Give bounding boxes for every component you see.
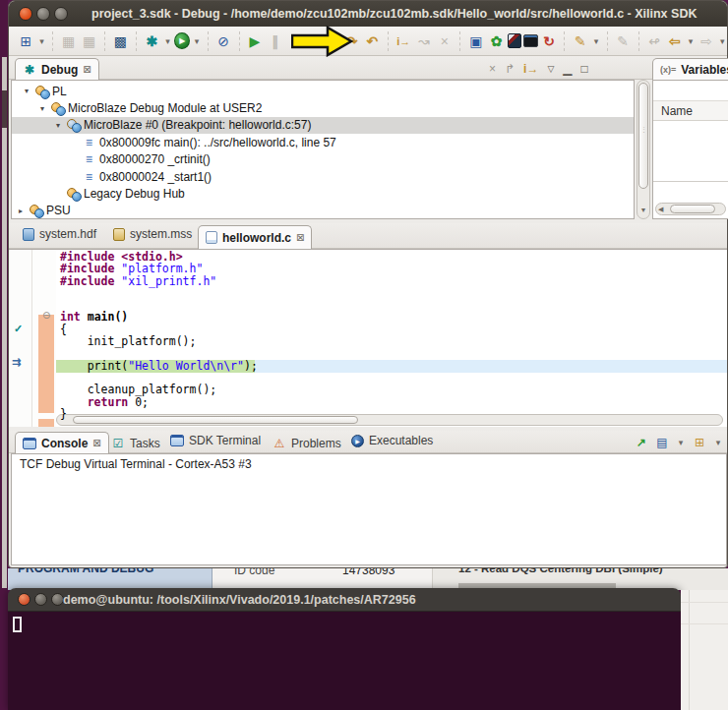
terminal-body[interactable]	[8, 612, 681, 710]
pen-icon[interactable]: ✎	[614, 31, 633, 51]
edit-wand-dropdown-icon[interactable]: ▾	[591, 36, 600, 46]
tab-system-hdf[interactable]: system.hdf	[17, 227, 102, 241]
display-console-dropdown-icon[interactable]: ▾	[676, 438, 686, 447]
instruction-stepping-mode-icon[interactable]: i→	[523, 62, 538, 76]
remove-terminated-icon[interactable]: ×	[489, 62, 496, 76]
executables-icon: ▶	[351, 435, 364, 447]
breakpoint-check-icon[interactable]: ✓	[14, 323, 23, 335]
serial-terminal-icon[interactable]	[523, 34, 537, 47]
tree-item-frame-crtinit[interactable]: ≡ 0x80000270 _crtinit()	[12, 151, 634, 168]
forward-dropdown-icon[interactable]: ▾	[718, 36, 727, 46]
debug-tab-close-icon[interactable]: ⊠	[83, 64, 91, 75]
idcode-value: 14738093	[342, 568, 394, 577]
background-window-sliver	[681, 590, 728, 710]
console-tab-close-icon[interactable]: ⊠	[92, 438, 100, 448]
program-fpga-icon[interactable]: ▩	[111, 31, 130, 51]
code-segment: );	[244, 359, 258, 373]
back-dropdown-icon[interactable]: ▾	[686, 36, 695, 46]
tree-item-microblaze0[interactable]: ▾ MicroBlaze #0 (Breakpoint: helloworld.…	[12, 117, 634, 134]
scrollbar-thumb[interactable]	[670, 205, 715, 213]
new-wizard-icon[interactable]: ⊞	[17, 31, 35, 51]
last-edit-location-icon[interactable]: ↫	[645, 31, 664, 51]
new-console-dropdown-icon[interactable]: ▾	[713, 438, 723, 447]
variables-divider[interactable]	[653, 181, 728, 182]
console-launch-icon[interactable]: ▣	[466, 31, 485, 51]
tab-system-mss[interactable]: system.mss	[107, 227, 198, 241]
editor-tab-close-icon[interactable]: ⊠	[296, 232, 304, 243]
save-all-icon[interactable]: ▦	[80, 31, 98, 51]
titlebar[interactable]: project_3.sdk - Debug - /home/demo/zcu10…	[9, 1, 727, 27]
tab-sdk-terminal[interactable]: SDK Terminal	[164, 434, 267, 447]
tree-item-frame-main[interactable]: ≡ 0x800009fc main(): ../src/helloworld.c…	[12, 134, 634, 150]
maximize-view-icon[interactable]: □	[581, 62, 588, 76]
new-wizard-dropdown-icon[interactable]: ▾	[37, 36, 46, 46]
relaunch-icon[interactable]: ↱	[505, 62, 515, 76]
view-menu-icon[interactable]: ▽	[547, 64, 554, 74]
skip-breakpoints-icon[interactable]: ⊘	[214, 31, 233, 51]
xilinx-icon[interactable]	[508, 33, 521, 48]
drop-to-frame-icon[interactable]: ↶	[363, 31, 382, 51]
tab-executables[interactable]: ▶ Executables	[345, 434, 439, 447]
scroll-down-icon[interactable]: ▼	[638, 204, 648, 217]
minimize-view-icon[interactable]: ▁	[563, 62, 572, 76]
fold-minus-icon[interactable]: ⊖	[42, 310, 50, 321]
device-icon	[35, 86, 48, 97]
display-console-icon[interactable]: ▤	[655, 433, 669, 452]
step-over-icon[interactable]: ↝	[415, 31, 434, 51]
tab-variables[interactable]: (x)= Variables ⊠	[652, 58, 728, 80]
edit-wand-icon[interactable]: ✎	[571, 31, 589, 51]
expander-icon[interactable]: ▾	[53, 121, 63, 130]
tab-problems[interactable]: ⚠ Problems	[267, 434, 347, 453]
code-segment: #include	[60, 274, 121, 288]
tree-item-mdm[interactable]: ▾ MicroBlaze Debug Module at USER2	[12, 99, 634, 116]
suspend-icon[interactable]: ∥	[266, 31, 284, 51]
hdf-file-icon	[23, 228, 34, 241]
background-scrollbar-thumb[interactable]	[2, 90, 7, 128]
tab-console[interactable]: Console ⊠	[15, 432, 109, 453]
minimize-button[interactable]	[36, 7, 50, 21]
variables-hscrollbar[interactable]: ◀	[655, 203, 726, 215]
scroll-left-icon[interactable]: ◀	[658, 206, 663, 213]
tree-item-psu[interactable]: ▸ PSU	[12, 203, 634, 219]
new-console-icon[interactable]: ⊞	[693, 433, 706, 452]
terminal-close-button[interactable]	[18, 593, 30, 606]
scrollbar-thumb[interactable]	[638, 83, 648, 189]
close-button[interactable]	[19, 7, 32, 21]
terminal-minimize-button[interactable]	[34, 593, 47, 606]
debug-icon[interactable]: ✱	[143, 31, 161, 51]
code-text[interactable]: #include <stdio.h>#include "platform.h"#…	[60, 251, 258, 420]
tree-item-frame-start1[interactable]: ≡ 0x80000024 _start1()	[12, 168, 634, 185]
run-icon[interactable]: ▶	[174, 32, 190, 49]
profile-icon[interactable]: ✿	[487, 31, 506, 51]
debug-tree: ▾ PL ▾ MicroBlaze Debug Module at USER2 …	[11, 80, 635, 219]
background-scrollbar[interactable]	[2, 57, 7, 588]
run-dropdown-icon[interactable]: ▾	[192, 36, 201, 46]
maximize-button[interactable]	[54, 7, 68, 21]
expander-icon[interactable]: ▸	[16, 207, 26, 215]
tab-debug[interactable]: ✱ Debug ⊠	[15, 58, 99, 80]
terminal-window[interactable]: demo@ubuntu: /tools/Xilinx/Vivado/2019.1…	[8, 588, 681, 710]
restart-icon[interactable]: ↻	[540, 31, 559, 51]
debug-dropdown-icon[interactable]: ▾	[163, 36, 172, 46]
tree-item-legacy-debug-hub[interactable]: Legacy Debug Hub	[12, 185, 634, 202]
annotation-ruler[interactable]	[9, 250, 32, 427]
console-output[interactable]: TCF Debug Virtual Terminal - Cortex-A53 …	[11, 453, 727, 565]
tab-tasks[interactable]: ☑ Tasks	[105, 434, 166, 453]
instruction-stepping-icon[interactable]: i→	[394, 31, 413, 51]
back-icon[interactable]: ⇦	[665, 31, 684, 51]
vivado-window-fragment[interactable]: PROGRAM AND DEBUG ID code 14738093 12 - …	[8, 568, 728, 590]
resume-icon[interactable]: ▶	[246, 31, 265, 51]
terminal-titlebar[interactable]: demo@ubuntu: /tools/Xilinx/Vivado/2019.1…	[8, 588, 681, 612]
forward-icon[interactable]: ⇨	[698, 31, 716, 51]
step-filters-icon[interactable]: ×	[436, 31, 455, 51]
debug-tree-scrollbar[interactable]: ⋮ ▼	[637, 80, 650, 219]
instruction-pointer-icon[interactable]: ⇉	[12, 356, 21, 369]
expander-icon[interactable]: ▾	[37, 104, 47, 113]
tab-helloworld-c[interactable]: helloworld.c ⊠	[198, 225, 312, 249]
open-console-icon[interactable]: ↗	[635, 433, 648, 452]
tree-item-pl[interactable]: ▾ PL	[12, 83, 634, 99]
save-icon[interactable]: ▦	[59, 31, 78, 51]
code-editor[interactable]: ✓ ⇉ ⊖ #include <stdio.h>#include "platfo…	[9, 249, 727, 427]
expander-icon[interactable]: ▾	[22, 87, 31, 95]
variables-name-column-header[interactable]: Name	[653, 100, 728, 121]
